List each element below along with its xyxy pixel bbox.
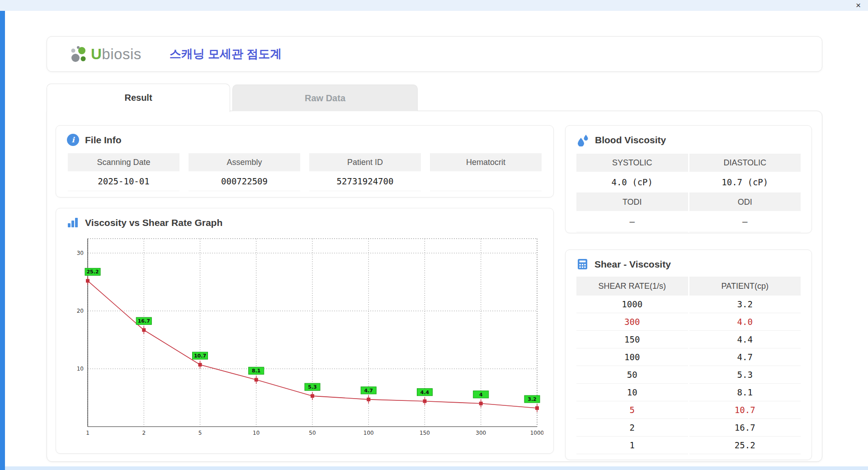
shear-rate-cell: 150 bbox=[576, 331, 688, 348]
shear-table-row: 1004.7 bbox=[576, 348, 801, 366]
file-info-title-row: i File Info bbox=[56, 126, 553, 146]
systolic-header: SYSTOLIC bbox=[576, 154, 688, 172]
field-value bbox=[430, 171, 542, 191]
window-left-edge bbox=[0, 11, 5, 470]
diastolic-value: 10.7 (cP) bbox=[689, 172, 801, 193]
shear-rate-cell: 1 bbox=[576, 437, 688, 454]
shear-viscosity-title-row: Shear - Viscosity bbox=[566, 250, 811, 270]
window-bottom-edge bbox=[5, 466, 868, 470]
diastolic-header: DIASTOLIC bbox=[689, 154, 801, 172]
tab-raw-data-label: Raw Data bbox=[305, 93, 345, 103]
shear-rate-cell: 2 bbox=[576, 419, 688, 437]
graph-title: Viscosity vs Shear Rate Graph bbox=[85, 217, 222, 228]
ubiosis-logo: Ubiosis bbox=[70, 45, 142, 64]
svg-text:8.1: 8.1 bbox=[252, 368, 261, 374]
tab-bar: Result Raw Data bbox=[47, 83, 418, 111]
result-panel: i File Info Scanning Date2025-10-01Assem… bbox=[47, 111, 822, 462]
window-close-button[interactable]: × bbox=[856, 0, 861, 10]
file-info-card: i File Info Scanning Date2025-10-01Assem… bbox=[56, 125, 554, 197]
svg-text:30: 30 bbox=[77, 250, 84, 256]
graph-title-row: Viscosity vs Shear Rate Graph bbox=[56, 208, 553, 229]
bar-chart-icon bbox=[67, 216, 79, 229]
field-label: Assembly bbox=[189, 153, 300, 171]
shear-viscosity-table: SHEAR RATE(1/s) PATIENT(cp) 10003.23004.… bbox=[576, 277, 801, 454]
svg-text:3.2: 3.2 bbox=[528, 396, 537, 402]
shear-rate-column-header: SHEAR RATE(1/s) bbox=[576, 277, 688, 296]
svg-text:20: 20 bbox=[77, 308, 84, 314]
shear-table-row: 10003.2 bbox=[576, 296, 801, 313]
file-info-fields: Scanning Date2025-10-01Assembly000722509… bbox=[68, 153, 542, 191]
logo-text: Ubiosis bbox=[91, 46, 142, 63]
droplet-icon bbox=[576, 134, 589, 146]
shear-viscosity-title: Shear - Viscosity bbox=[594, 259, 671, 270]
field-value: 000722509 bbox=[189, 171, 300, 191]
svg-text:1: 1 bbox=[86, 430, 90, 436]
shear-rate-cell: 5 bbox=[576, 401, 688, 419]
svg-text:2: 2 bbox=[142, 430, 146, 436]
info-icon: i bbox=[67, 134, 79, 146]
tab-raw-data[interactable]: Raw Data bbox=[232, 85, 418, 111]
patient-cell: 4.0 bbox=[689, 313, 801, 331]
svg-text:10: 10 bbox=[77, 366, 84, 372]
shear-table-row: 108.1 bbox=[576, 384, 801, 401]
svg-text:300: 300 bbox=[476, 430, 486, 436]
svg-text:4: 4 bbox=[479, 392, 483, 398]
patient-cell: 3.2 bbox=[689, 296, 801, 313]
svg-text:4.4: 4.4 bbox=[420, 390, 429, 395]
patient-cell: 8.1 bbox=[689, 384, 801, 401]
svg-text:4.7: 4.7 bbox=[364, 388, 373, 394]
patient-cell: 10.7 bbox=[689, 401, 801, 419]
svg-text:50: 50 bbox=[309, 430, 316, 436]
header-card: Ubiosis 스캐닝 모세관 점도계 bbox=[47, 36, 822, 72]
tab-result-label: Result bbox=[124, 93, 152, 103]
svg-text:16.7: 16.7 bbox=[138, 318, 150, 324]
shear-table-row: 505.3 bbox=[576, 366, 801, 384]
shear-table-row: 510.7 bbox=[576, 401, 801, 419]
todi-value: – bbox=[576, 211, 688, 232]
patient-cell: 25.2 bbox=[689, 437, 801, 454]
file-info-field-hematocrit: Hematocrit bbox=[430, 153, 542, 191]
tab-result[interactable]: Result bbox=[47, 84, 230, 112]
svg-text:5.3: 5.3 bbox=[308, 384, 317, 390]
svg-text:100: 100 bbox=[363, 430, 374, 436]
file-info-title: File Info bbox=[85, 135, 122, 146]
shear-table-header-row: SHEAR RATE(1/s) PATIENT(cp) bbox=[576, 277, 801, 296]
odi-header: ODI bbox=[689, 193, 801, 211]
graph-card: Viscosity vs Shear Rate Graph 1020301251… bbox=[56, 208, 554, 454]
blood-viscosity-table: SYSTOLIC DIASTOLIC 4.0 (cP) 10.7 (cP) TO… bbox=[576, 154, 801, 232]
todi-header: TODI bbox=[576, 193, 688, 211]
patient-cell: 5.3 bbox=[689, 366, 801, 384]
shear-viscosity-card: Shear - Viscosity SHEAR RATE(1/s) PATIEN… bbox=[565, 249, 812, 460]
odi-value: – bbox=[689, 211, 801, 232]
systolic-value: 4.0 (cP) bbox=[576, 172, 688, 193]
field-value: 52731924700 bbox=[309, 171, 421, 191]
shear-rate-cell: 10 bbox=[576, 384, 688, 401]
shear-rate-cell: 300 bbox=[576, 313, 688, 331]
field-label: Hematocrit bbox=[430, 153, 542, 171]
shear-table-row: 125.2 bbox=[576, 437, 801, 454]
shear-rate-cell: 100 bbox=[576, 348, 688, 366]
svg-text:1000: 1000 bbox=[530, 430, 543, 436]
viscosity-chart: 1020301251050100150300100025.216.710.78.… bbox=[64, 233, 543, 446]
patient-column-header: PATIENT(cp) bbox=[689, 277, 801, 296]
calculator-icon bbox=[576, 258, 589, 270]
field-value: 2025-10-01 bbox=[68, 171, 179, 191]
field-label: Patient ID bbox=[309, 153, 421, 171]
shear-table-row: 216.7 bbox=[576, 419, 801, 437]
svg-text:10.7: 10.7 bbox=[194, 353, 206, 359]
patient-cell: 4.7 bbox=[689, 348, 801, 366]
svg-text:150: 150 bbox=[420, 430, 430, 436]
logo-dots-icon bbox=[70, 45, 88, 64]
shear-table-row: 1504.4 bbox=[576, 331, 801, 348]
shear-rate-cell: 50 bbox=[576, 366, 688, 384]
page-title: 스캐닝 모세관 점도계 bbox=[170, 46, 282, 62]
blood-viscosity-title-row: Blood Viscosity bbox=[566, 126, 811, 146]
field-label: Scanning Date bbox=[68, 153, 179, 171]
file-info-field-patient-id: Patient ID52731924700 bbox=[309, 153, 421, 191]
patient-cell: 4.4 bbox=[689, 331, 801, 348]
svg-text:5: 5 bbox=[198, 430, 202, 436]
svg-text:25.2: 25.2 bbox=[86, 269, 99, 275]
file-info-field-assembly: Assembly000722509 bbox=[189, 153, 300, 191]
file-info-field-scanning-date: Scanning Date2025-10-01 bbox=[68, 153, 179, 191]
shear-table-row: 3004.0 bbox=[576, 313, 801, 331]
